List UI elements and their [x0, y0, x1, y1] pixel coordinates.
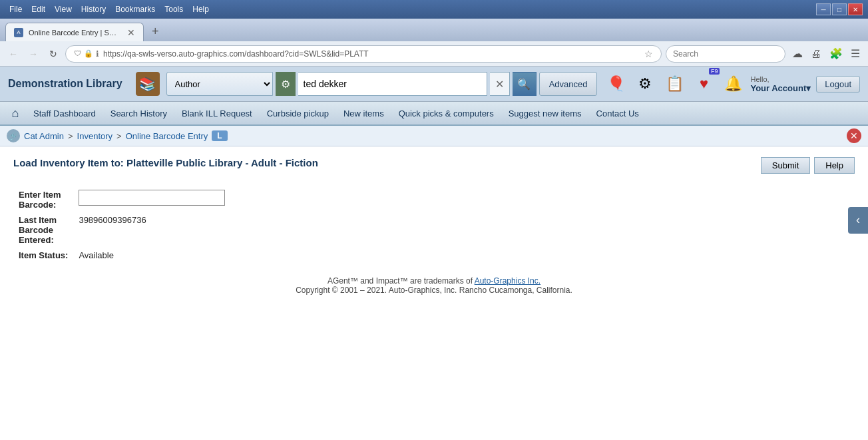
wishlist-icon-button[interactable]: ♥ F9 [692, 72, 716, 96]
heart-icon: ♥ [700, 75, 708, 93]
breadcrumb-close-button[interactable]: ✕ [847, 128, 861, 143]
account-section: Hello, Your Account▾ [750, 75, 811, 93]
nav-staff-dashboard[interactable]: Staff Dashboard [27, 105, 103, 122]
item-status-row: Item Status: Available [13, 248, 230, 263]
url-bar[interactable]: 🛡 🔒 ℹ https://qa-swls-verso.auto-graphic… [65, 45, 662, 63]
nav-quick-picks[interactable]: Quick picks & computers [392, 105, 501, 122]
database-icon: ⚙ [276, 72, 296, 96]
search-type-select[interactable]: Author Title Subject Keyword [166, 72, 273, 96]
footer-text1: AGent™ and Impact™ are trademarks of [327, 276, 475, 286]
menu-edit[interactable]: Edit [27, 3, 49, 15]
main-content: Load Inventory Item to: Platteville Publ… [0, 146, 868, 319]
side-arrow-button[interactable]: ‹ [848, 207, 868, 234]
shield-icon: 🛡 [74, 49, 81, 59]
close-button[interactable]: ✕ [848, 3, 863, 15]
breadcrumb-sep-1: > [68, 131, 73, 141]
inventory-form: Enter ItemBarcode: Last ItemBarcodeEnter… [13, 187, 230, 263]
forward-button[interactable]: → [25, 46, 41, 62]
back-button[interactable]: ← [5, 46, 21, 62]
page-header: Load Inventory Item to: Platteville Publ… [13, 157, 855, 174]
your-account-button[interactable]: Your Account▾ [750, 83, 811, 93]
url-text: https://qa-swls-verso.auto-graphics.com/… [103, 49, 640, 59]
list-icon-button[interactable]: 📋 [662, 72, 686, 96]
submit-button[interactable]: Submit [761, 157, 810, 174]
tab-close-button[interactable]: ✕ [127, 28, 135, 37]
logout-button[interactable]: Logout [816, 76, 860, 93]
nav-curbside-pickup[interactable]: Curbside pickup [260, 105, 335, 122]
search-go-button[interactable]: 🔍 [513, 72, 537, 96]
last-item-barcode-value: 39896009396736 [79, 215, 146, 225]
menu-help[interactable]: Help [188, 3, 213, 15]
search-input[interactable] [298, 72, 487, 96]
tab-favicon: A [14, 28, 23, 37]
browser-menu: File Edit View History Bookmarks Tools H… [5, 3, 213, 15]
nav-blank-ill-request[interactable]: Blank ILL Request [175, 105, 259, 122]
reload-button[interactable]: ↻ [45, 46, 61, 62]
search-clear-button[interactable]: ✕ [490, 72, 510, 96]
item-status-value: Available [79, 250, 114, 260]
footer-line2: Copyright © 2001 – 2021. Auto-Graphics, … [27, 286, 841, 295]
last-item-barcode-row: Last ItemBarcodeEntered: 39896009396736 [13, 212, 230, 248]
notifications-icon-button[interactable]: 🔔 [721, 72, 745, 96]
enter-item-barcode-label: Enter ItemBarcode: [19, 190, 61, 210]
menu-tools[interactable]: Tools [160, 3, 187, 15]
breadcrumb-online-barcode-entry[interactable]: Online Barcode Entry [126, 131, 208, 141]
lock-icon: 🔒 [84, 49, 93, 59]
pocket-icon[interactable]: ☁ [789, 46, 805, 61]
advanced-search-button[interactable]: Advanced [539, 72, 598, 96]
help-button[interactable]: Help [814, 157, 855, 174]
breadcrumb-cat-admin[interactable]: Cat Admin [24, 131, 64, 141]
browser-titlebar: File Edit View History Bookmarks Tools H… [0, 0, 868, 19]
page-title: Load Inventory Item to: Platteville Publ… [13, 157, 318, 168]
print-icon[interactable]: 🖨 [808, 47, 824, 61]
browser-tab[interactable]: A Online Barcode Entry | SWLS | p ✕ [5, 23, 144, 41]
settings-icon-button[interactable]: ⚙ [633, 72, 657, 96]
footer-line1: AGent™ and Impact™ are trademarks of Aut… [27, 276, 841, 286]
app-header: Demonstration Library 📚 Author Title Sub… [0, 67, 868, 102]
library-logo: 📚 [136, 72, 160, 96]
list-icon: 📋 [666, 75, 684, 93]
hello-text: Hello, [750, 75, 769, 83]
nav-suggest-new-items[interactable]: Suggest new items [502, 105, 588, 122]
breadcrumb-inventory[interactable]: Inventory [77, 131, 112, 141]
tab-title: Online Barcode Entry | SWLS | p [29, 29, 122, 37]
action-buttons: Submit Help [761, 157, 855, 174]
gear-icon: ⚙ [638, 75, 652, 93]
f9-badge: F9 [709, 68, 720, 75]
nav-search-history[interactable]: Search History [104, 105, 174, 122]
browser-search-input[interactable] [666, 45, 785, 63]
bookmark-star-icon[interactable]: ☆ [644, 49, 653, 59]
url-security-icons: 🛡 🔒 ℹ [74, 49, 99, 59]
library-name: Demonstration Library [8, 78, 122, 90]
search-section: Author Title Subject Keyword ⚙ ✕ 🔍 Advan… [166, 72, 598, 96]
enter-item-barcode-input[interactable] [79, 190, 225, 206]
menu-history[interactable]: History [77, 3, 110, 15]
footer: AGent™ and Impact™ are trademarks of Aut… [13, 263, 855, 308]
footer-link[interactable]: Auto-Graphics Inc. [475, 276, 541, 286]
menu-file[interactable]: File [5, 3, 26, 15]
breadcrumb-bar: 🔗 Cat Admin > Inventory > Online Barcode… [0, 126, 868, 146]
breadcrumb-badge: L [212, 130, 227, 141]
address-bar: ← → ↻ 🛡 🔒 ℹ https://qa-swls-verso.auto-g… [0, 41, 868, 67]
extension-icon[interactable]: 🧩 [827, 46, 845, 61]
db-symbol: ⚙ [281, 78, 290, 91]
nav-bar: ⌂ Staff Dashboard Search History Blank I… [0, 102, 868, 126]
bell-icon: 🔔 [724, 75, 742, 93]
balloon-icon-button[interactable]: 🎈 [604, 72, 628, 96]
nav-home-button[interactable]: ⌂ [5, 103, 25, 123]
nav-new-items[interactable]: New items [337, 105, 391, 122]
menu-view[interactable]: View [51, 3, 76, 15]
menu-icon[interactable]: ☰ [848, 46, 863, 61]
new-tab-button[interactable]: + [146, 22, 164, 41]
nav-contact-us[interactable]: Contact Us [590, 105, 646, 122]
maximize-button[interactable]: □ [832, 3, 847, 15]
menu-bookmarks[interactable]: Bookmarks [111, 3, 159, 15]
info-icon: ℹ [96, 49, 99, 59]
tab-bar: A Online Barcode Entry | SWLS | p ✕ + [0, 19, 868, 41]
breadcrumb-sep-2: > [116, 131, 122, 141]
item-status-label: Item Status: [19, 250, 68, 260]
browser-toolbar-icons: ☁ 🖨 🧩 ☰ [789, 46, 863, 61]
balloon-icon: 🎈 [607, 75, 625, 93]
enter-item-barcode-row: Enter ItemBarcode: [13, 187, 230, 212]
minimize-button[interactable]: ─ [816, 3, 831, 15]
